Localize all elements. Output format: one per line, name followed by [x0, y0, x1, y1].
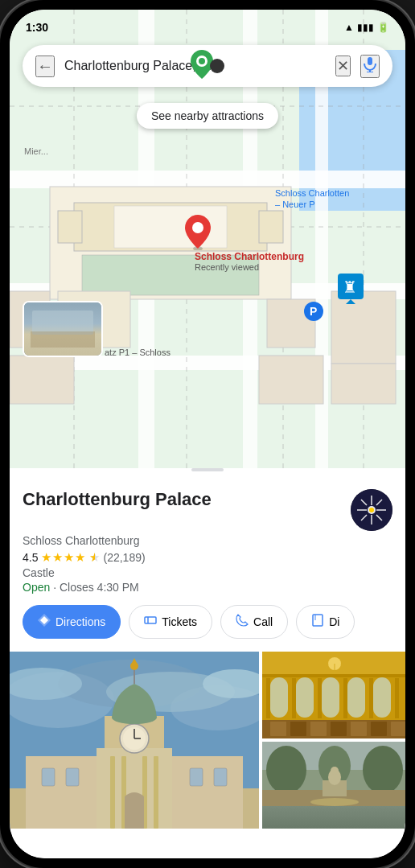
svg-point-52 [369, 508, 374, 512]
svg-rect-55 [313, 615, 323, 626]
svg-point-33 [192, 222, 203, 233]
svg-rect-25 [259, 356, 323, 404]
clear-button[interactable]: ✕ [335, 56, 351, 76]
svg-rect-85 [262, 674, 405, 677]
palace-garden-image [262, 742, 405, 806]
svg-rect-90 [331, 722, 347, 736]
palace-exterior-image [10, 652, 259, 829]
directions-label: Directions [55, 615, 105, 628]
ticket-icon [144, 614, 157, 630]
back-button[interactable]: ← [35, 56, 55, 77]
nearby-attractions-button[interactable]: See nearby attractions [137, 103, 278, 129]
place-status: Open · Closes 4:30 PM [23, 581, 392, 594]
action-buttons: Directions Tickets [23, 605, 392, 639]
svg-rect-20 [10, 356, 74, 404]
phone-screen: 1:30 ▲ ▮▮▮ 🔋 [10, 10, 405, 858]
svg-text:Schloss Charlotten: Schloss Charlotten [275, 188, 349, 198]
marker-label: Schloss Charlottenburg Recently viewed [195, 251, 304, 272]
main-photo[interactable] [10, 652, 259, 829]
ticket-svg-icon [144, 614, 157, 627]
castle-map-icon: ♜ [338, 274, 364, 304]
svg-point-111 [266, 746, 306, 794]
more-label: Di [329, 615, 339, 628]
svg-rect-92 [371, 722, 387, 736]
place-header: Charlottenburg Palace [23, 489, 392, 531]
svg-rect-67 [66, 768, 79, 786]
svg-rect-2 [10, 171, 405, 188]
place-type: Castle [23, 566, 392, 579]
svg-point-38 [199, 58, 205, 64]
side-photo-bottom[interactable] [262, 742, 405, 829]
open-status: Open [23, 581, 50, 594]
map-area[interactable]: Mier... Schloss Charlotten – Neuer P P [10, 10, 405, 468]
parking-label: atz P1 – Schloss [105, 348, 171, 357]
svg-rect-79 [110, 756, 115, 829]
place-subtitle: Schloss Charlottenburg [23, 534, 392, 547]
svg-rect-68 [190, 768, 203, 786]
tickets-label: Tickets [162, 615, 197, 628]
diamond-nav-icon [38, 614, 51, 627]
place-rating: 4.5 ★★★★ ★ ★ (22,189) [23, 550, 392, 565]
svg-rect-53 [145, 617, 156, 623]
map-marker[interactable] [185, 215, 211, 253]
drag-handle[interactable] [191, 468, 224, 471]
side-photos[interactable] [262, 652, 405, 829]
save-svg-icon [311, 614, 324, 627]
more-button[interactable]: Di [296, 605, 355, 639]
phone-svg-icon [236, 614, 249, 627]
call-button[interactable]: Call [220, 605, 288, 639]
svg-text:P: P [310, 305, 317, 318]
microphone-icon [362, 56, 378, 72]
svg-rect-17 [259, 211, 283, 243]
svg-rect-93 [391, 722, 405, 736]
location-pin-icon [185, 215, 211, 250]
svg-rect-107 [369, 678, 373, 718]
svg-rect-97 [347, 677, 365, 718]
svg-rect-105 [318, 678, 322, 718]
street-view-thumbnail[interactable] [23, 301, 103, 357]
svg-rect-91 [351, 722, 367, 736]
close-time: · [53, 581, 60, 594]
svg-text:♜: ♜ [343, 278, 357, 296]
side-photo-top[interactable] [262, 652, 405, 738]
status-time: 1:30 [26, 21, 48, 34]
svg-rect-98 [373, 677, 391, 718]
save-icon [311, 614, 324, 630]
photo-grid[interactable] [10, 652, 405, 829]
svg-point-112 [363, 746, 403, 794]
svg-rect-106 [343, 678, 347, 718]
bottom-sheet: Charlottenburg Palace [10, 476, 405, 858]
svg-rect-95 [296, 677, 314, 718]
status-icons: ▲ ▮▮▮ 🔋 [344, 22, 389, 33]
phone-frame: 1:30 ▲ ▮▮▮ 🔋 [0, 0, 415, 868]
svg-rect-89 [310, 722, 327, 736]
svg-point-118 [310, 798, 359, 806]
svg-rect-108 [395, 678, 399, 718]
place-info: Charlottenburg Palace [23, 489, 212, 510]
tickets-button[interactable]: Tickets [129, 605, 212, 639]
phone-icon [236, 614, 249, 630]
svg-rect-96 [322, 677, 339, 718]
battery-icon: 🔋 [377, 22, 389, 33]
directions-button[interactable]: Directions [23, 605, 121, 639]
svg-rect-69 [214, 768, 227, 786]
place-title: Charlottenburg Palace [23, 489, 212, 510]
svg-point-117 [331, 767, 339, 775]
half-star-icon: ★ ★ [89, 550, 100, 565]
svg-rect-39 [368, 57, 372, 65]
call-label: Call [253, 615, 273, 628]
directions-icon [38, 614, 51, 630]
svg-rect-88 [290, 722, 306, 736]
microphone-button[interactable] [360, 55, 380, 78]
status-bar: 1:30 ▲ ▮▮▮ 🔋 [10, 10, 405, 39]
svg-rect-104 [292, 678, 296, 718]
google-map-logo [191, 50, 224, 79]
stars-icon: ★★★★ [41, 550, 86, 565]
svg-rect-82 [154, 756, 158, 829]
svg-rect-26 [331, 364, 396, 404]
palace-interior-image [262, 652, 405, 738]
place-avatar[interactable] [351, 489, 392, 531]
svg-rect-87 [270, 722, 286, 736]
rating-count: (22,189) [103, 551, 145, 564]
wifi-icon: ▲ [344, 22, 354, 33]
